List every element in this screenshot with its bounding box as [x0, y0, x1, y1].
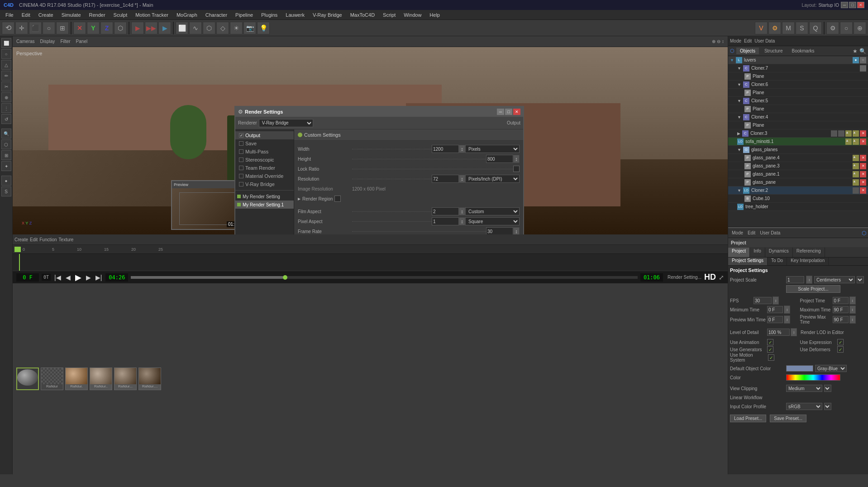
menu-simulate[interactable]: Simulate: [58, 11, 85, 19]
rs-lock-ratio-checkbox[interactable]: [513, 166, 520, 172]
menu-character[interactable]: Character: [202, 11, 231, 19]
rs-film-spinner[interactable]: ↕: [459, 207, 465, 215]
rs-width-input[interactable]: [432, 145, 459, 153]
render-queue[interactable]: Q: [809, 22, 822, 34]
obj-row-plane3[interactable]: P Plane: [728, 105, 868, 113]
material-checker-1[interactable]: Rafidur: [41, 368, 63, 390]
search-icon[interactable]: 🔍: [859, 48, 866, 54]
use-anim-checkbox[interactable]: ✓: [767, 339, 773, 345]
rs-nav-vray[interactable]: V-Ray Bridge: [235, 180, 294, 188]
obj-row-tree-holder[interactable]: LO tree_holder: [728, 203, 868, 211]
left-tool-12[interactable]: ✦: [1, 161, 11, 171]
left-tool-10[interactable]: ⬡: [1, 139, 11, 149]
timeline-scrubber[interactable]: [131, 276, 638, 279]
rs-height-spinner[interactable]: ↕: [513, 155, 520, 163]
left-tool-4[interactable]: ✏: [1, 71, 11, 81]
rs-minimize-button[interactable]: ─: [497, 109, 504, 115]
settings-btn[interactable]: ⚙: [826, 22, 839, 34]
use-deform-checkbox[interactable]: ✓: [837, 346, 844, 353]
render-btn[interactable]: ▶▶: [145, 22, 157, 34]
lod-spinner[interactable]: ↕: [791, 328, 797, 336]
vray-settings[interactable]: ⚙: [768, 22, 781, 34]
right-tab-mode[interactable]: Mode: [730, 38, 741, 43]
left-tool-1[interactable]: ⬜: [1, 38, 11, 48]
obj-row-luvers[interactable]: ▼ L luvers ● ○: [728, 56, 868, 64]
left-tool-6[interactable]: ⊕: [1, 92, 11, 102]
right-tab-user-data[interactable]: User Data: [754, 38, 775, 43]
rs-film-preset[interactable]: Custom: [465, 207, 520, 215]
obj-row-cloner4[interactable]: ▼ C Cloner.4: [728, 113, 868, 121]
obj-row-sofa[interactable]: LO sofa_minotti.1 ▲ ▲ ✕: [728, 138, 868, 146]
menu-motion-tracker[interactable]: Motion Tracker: [132, 11, 172, 19]
viewport-tab-cameras[interactable]: Cameras: [16, 39, 35, 44]
obj-row-cloner5[interactable]: ▼ C Cloner.5: [728, 97, 868, 105]
input-color-profile-select[interactable]: sRGB: [786, 403, 822, 410]
view-clipping-dropdown[interactable]: ▼: [824, 385, 831, 392]
menu-edit[interactable]: Edit: [18, 11, 34, 19]
obj-row-glass-pane3[interactable]: P glass_pane.3 ▲ ✕: [728, 162, 868, 170]
props-edit-btn[interactable]: Edit: [746, 229, 757, 236]
render-preview[interactable]: ▶: [131, 22, 144, 34]
menu-script[interactable]: Script: [379, 11, 399, 19]
tl-btn-edit[interactable]: Edit: [30, 237, 38, 242]
sm-btn[interactable]: S: [796, 22, 808, 34]
scale-project-button[interactable]: Scale Project...: [786, 285, 840, 293]
rs-width-spinner[interactable]: ↕: [459, 145, 465, 153]
rs-height-input[interactable]: [486, 155, 513, 163]
obj-row-glass-pane4[interactable]: P glass_pane.4 ▲ ✕: [728, 154, 868, 162]
rs-width-unit[interactable]: Pixels: [465, 145, 520, 153]
use-motion-checkbox[interactable]: ✓: [768, 354, 774, 361]
preview-min-spinner[interactable]: ↕: [784, 315, 790, 324]
left-tool-13[interactable]: ●: [1, 176, 11, 186]
tool-y[interactable]: Y: [87, 22, 100, 34]
rs-maximize-button[interactable]: □: [505, 109, 512, 115]
obj-row-glass-planes[interactable]: ▼ G glass_planes: [728, 146, 868, 154]
view-clipping-select[interactable]: Medium: [786, 385, 822, 392]
rs-film-aspect-input[interactable]: [432, 207, 459, 215]
left-tool-5[interactable]: ✂: [1, 81, 11, 91]
light-tool[interactable]: 💡: [257, 22, 270, 34]
nurbs-tool[interactable]: ⬡: [203, 22, 215, 34]
left-tool-3[interactable]: △: [1, 60, 11, 70]
ipr-btn[interactable]: ▶: [158, 22, 171, 34]
tool-z[interactable]: Z: [100, 22, 113, 34]
subtab-to-do[interactable]: To Do: [768, 258, 787, 265]
menu-render[interactable]: Render: [86, 11, 109, 19]
load-preset-button[interactable]: Load Preset...: [730, 415, 766, 422]
menu-pipeline[interactable]: Pipeline: [232, 11, 257, 19]
preview-max-spinner[interactable]: ↕: [849, 315, 856, 324]
tl-btn-create[interactable]: Create: [14, 237, 28, 242]
input-color-profile-dropdown[interactable]: ▼: [824, 403, 831, 410]
viewport-tab-display[interactable]: Display: [40, 39, 55, 44]
bookmarks-tab[interactable]: Bookmarks: [788, 48, 818, 54]
spline-tool[interactable]: ∿: [189, 22, 202, 34]
menu-plugins[interactable]: Plugins: [258, 11, 281, 19]
render-setting-label[interactable]: Render Setting...: [668, 275, 701, 280]
close-button[interactable]: ✕: [857, 2, 864, 8]
rs-nav-team-render[interactable]: Team Render: [235, 164, 294, 172]
menu-window[interactable]: Window: [400, 11, 425, 19]
obj-row-plane2[interactable]: P Plane: [728, 89, 868, 97]
menu-sculpt[interactable]: Sculpt: [110, 11, 131, 19]
rs-res-spinner[interactable]: ↕: [459, 175, 465, 183]
rs-resolution-input[interactable]: [432, 175, 459, 183]
vray-render[interactable]: V: [755, 22, 768, 34]
undo-button[interactable]: ⟲: [2, 22, 14, 34]
rs-nav-output[interactable]: ✓ Output: [235, 131, 294, 139]
obj-row-glass-pane[interactable]: P glass_pane ▲ ✕: [728, 178, 868, 186]
environment-tool[interactable]: ☀: [230, 22, 243, 34]
obj-row-cloner6[interactable]: ▼ C Cloner.6: [728, 81, 868, 89]
minimize-button[interactable]: ─: [841, 2, 848, 8]
material-3[interactable]: Rafidur..: [90, 368, 112, 390]
goto-start-button[interactable]: |◀: [53, 274, 62, 281]
material-5[interactable]: Rafidur....: [138, 368, 161, 390]
timeline-thumb[interactable]: [283, 275, 287, 280]
obj-row-cloner3[interactable]: ▶ C Cloner.3 ▲ ▲ ✕: [728, 129, 868, 138]
rs-nav-material-override[interactable]: Material Override: [235, 172, 294, 180]
save-preset-button[interactable]: Save Preset...: [770, 415, 806, 422]
project-scale-input[interactable]: [786, 276, 804, 283]
move-tool[interactable]: ⬛: [29, 22, 42, 34]
rs-close-button[interactable]: ✕: [513, 109, 520, 115]
viewport-tab-filter[interactable]: Filter: [60, 39, 70, 44]
default-color-swatch[interactable]: [786, 365, 813, 372]
